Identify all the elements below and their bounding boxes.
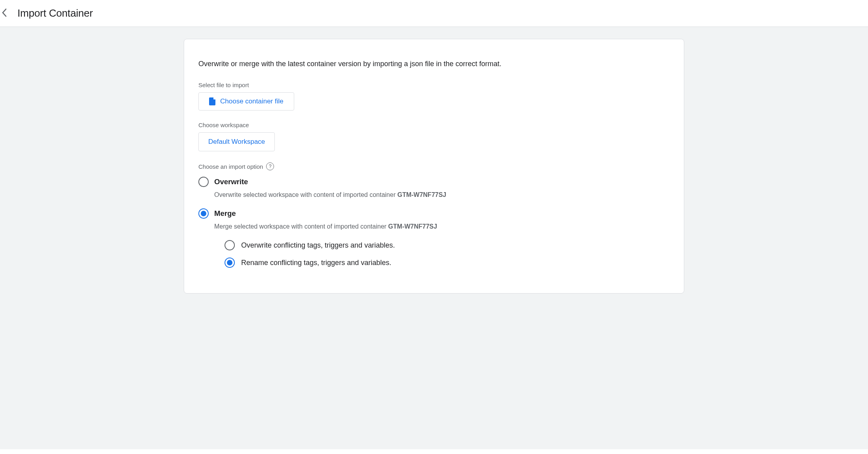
radio-overwrite-conflicts-control[interactable] <box>225 240 235 250</box>
help-icon[interactable]: ? <box>266 162 274 170</box>
radio-overwrite-label: Overwrite <box>214 177 248 187</box>
content-area: Overwrite or merge with the latest conta… <box>0 27 868 449</box>
radio-merge[interactable]: Merge <box>198 208 670 219</box>
file-icon <box>209 97 216 105</box>
select-file-label: Select file to import <box>198 82 670 88</box>
radio-overwrite-conflicts-label: Overwrite conflicting tags, triggers and… <box>241 241 395 250</box>
radio-merge-description: Merge selected workspace with content of… <box>214 222 670 231</box>
radio-overwrite-conflicts[interactable]: Overwrite conflicting tags, triggers and… <box>225 240 670 250</box>
radio-rename-conflicts[interactable]: Rename conflicting tags, triggers and va… <box>225 258 670 268</box>
intro-text: Overwrite or merge with the latest conta… <box>198 59 670 69</box>
radio-merge-label: Merge <box>214 208 236 219</box>
header-bar: Import Container <box>0 0 868 27</box>
choose-file-label: Choose container file <box>220 97 284 105</box>
close-icon[interactable] <box>2 8 7 19</box>
import-option-label-text: Choose an import option <box>198 163 263 170</box>
choose-container-file-button[interactable]: Choose container file <box>198 92 294 111</box>
merge-sub-options: Overwrite conflicting tags, triggers and… <box>225 240 670 268</box>
import-option-label: Choose an import option ? <box>198 162 670 170</box>
radio-overwrite-control[interactable] <box>198 177 209 187</box>
radio-overwrite-description: Overwrite selected workspace with conten… <box>214 190 670 200</box>
workspace-label: Default Workspace <box>208 138 265 146</box>
workspace-select-button[interactable]: Default Workspace <box>198 132 275 151</box>
radio-merge-control[interactable] <box>198 208 209 219</box>
import-option-radio-group: Overwrite Overwrite selected workspace w… <box>198 177 670 268</box>
radio-overwrite[interactable]: Overwrite <box>198 177 670 187</box>
page-title: Import Container <box>17 7 93 19</box>
radio-rename-conflicts-control[interactable] <box>225 258 235 268</box>
import-card: Overwrite or merge with the latest conta… <box>184 39 684 294</box>
choose-workspace-label: Choose workspace <box>198 122 670 128</box>
radio-rename-conflicts-label: Rename conflicting tags, triggers and va… <box>241 259 391 267</box>
